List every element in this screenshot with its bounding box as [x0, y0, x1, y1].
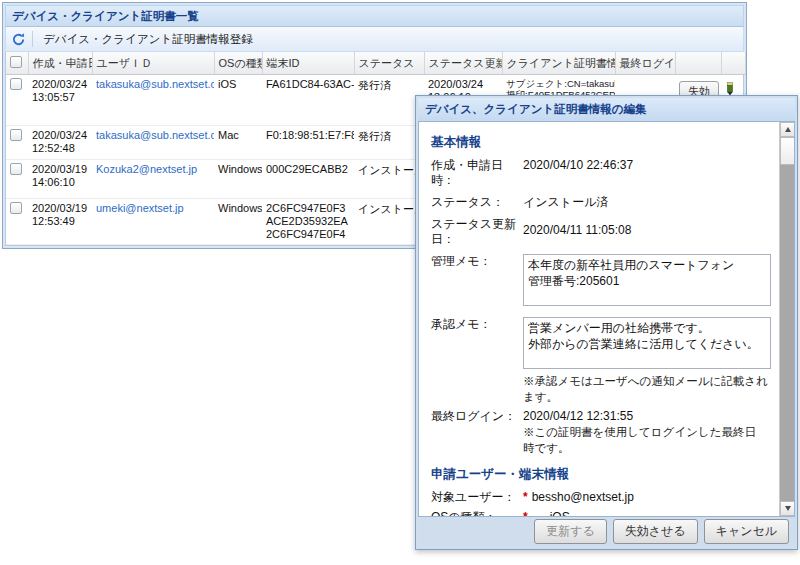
user-id-link[interactable]: takasuka@sub.nextset.co.jp — [96, 129, 214, 141]
register-certificate-button[interactable]: デバイス・クライアント証明書情報登録 — [39, 30, 257, 49]
created-date: 2020/03/19 — [32, 163, 87, 175]
window-title: デバイス・クライアント証明書一覧 — [5, 5, 744, 27]
status-value: インストール済 — [523, 195, 764, 210]
created-time: 12:53:49 — [32, 215, 75, 227]
revoke-button[interactable]: 失効させる — [613, 519, 698, 544]
device-id: F0:18:98:51:E7:F8 — [262, 126, 354, 160]
target-user-row: 対象ユーザー： *bessho@nextset.jp — [431, 490, 764, 505]
row-checkbox[interactable] — [10, 202, 22, 214]
device-id: 2C6FC947E0F3 ACE2D35932EA 2C6FC947E0F4 — [262, 199, 354, 245]
created-label: 作成・申請日時： — [431, 158, 523, 188]
select-all-checkbox[interactable] — [10, 56, 22, 68]
approval-memo-note: ※承認メモはユーザへの通知メールに記載されます。 — [523, 373, 771, 405]
last-login-note: ※この証明書を使用してログインした最終日時です。 — [523, 424, 764, 456]
os-type: Windows — [214, 199, 262, 245]
arrow-down-icon — [785, 506, 791, 511]
status-updated-label: ステータス更新日： — [431, 217, 523, 247]
target-user-value: bessho@nextset.jp — [532, 490, 634, 504]
scroll-down-button[interactable] — [780, 501, 795, 516]
created-time: 13:05:57 — [32, 91, 75, 103]
scrollbar-thumb[interactable] — [780, 137, 795, 165]
update-button[interactable]: 更新する — [534, 519, 607, 544]
created-value: 2020/04/10 22:46:37 — [523, 158, 764, 188]
arrow-up-icon — [785, 127, 791, 132]
admin-memo-row: 管理メモ： 本年度の新卒社員用のスマートフォン 管理番号:205601 — [431, 254, 764, 310]
col-cert[interactable]: クライアント証明書情報 — [502, 52, 615, 75]
user-id-link[interactable]: umeki@nextset.jp — [96, 202, 184, 214]
col-status[interactable]: ステータス — [354, 52, 424, 75]
os-label: OSの種類： — [431, 510, 523, 517]
device-id: FA61DC84-63AC-475... — [262, 75, 354, 126]
status: 発行済 — [354, 75, 424, 126]
created-date: 2020/03/24 — [32, 129, 87, 141]
status: 発行済 — [354, 126, 424, 160]
row-checkbox[interactable] — [10, 129, 22, 141]
created-row: 作成・申請日時： 2020/04/10 22:46:37 — [431, 158, 764, 188]
table-header-row: 作成・申請日時 ユーザＩＤ OSの種類 端末ID ステータス ステータス更新日 … — [6, 52, 745, 75]
os-type: iOS — [214, 75, 262, 126]
created-time: 14:06:10 — [32, 176, 75, 188]
os-type: Windows — [214, 160, 262, 199]
dialog-footer: 更新する 失効させる キャンセル — [418, 517, 795, 546]
dialog-body: 基本情報 作成・申請日時： 2020/04/10 22:46:37 ステータス：… — [418, 121, 795, 517]
last-login-label: 最終ログイン： — [431, 409, 523, 456]
toolbar-separator — [32, 31, 33, 47]
status-updated-row: ステータス更新日： 2020/04/11 11:05:08 — [431, 217, 764, 247]
dialog-title: デバイス、クライアント証明書情報の編集 — [418, 98, 795, 121]
required-marker: * — [523, 490, 528, 504]
os-type: Mac — [214, 126, 262, 160]
device-id: 000C29ECABB2 — [262, 160, 354, 199]
created-date: 2020/03/24 — [32, 78, 87, 90]
os-row: OSの種類： *iOS — [431, 510, 764, 517]
last-login-row: 最終ログイン： 2020/04/12 12:31:55 ※この証明書を使用してロ… — [431, 409, 764, 456]
approval-memo-row: 承認メモ： 営業メンバー用の社給携帯です。 外部からの営業連絡に活用してください… — [431, 317, 764, 405]
status-label: ステータス： — [431, 195, 523, 210]
required-marker: * — [523, 510, 528, 517]
row-checkbox[interactable] — [10, 78, 22, 90]
last-login-value: 2020/04/12 12:31:55 — [523, 409, 764, 424]
col-actions — [675, 52, 721, 75]
os-value: iOS — [550, 510, 570, 517]
basic-info-heading: 基本情報 — [431, 134, 764, 151]
col-device[interactable]: 端末ID — [262, 52, 354, 75]
approval-memo-label: 承認メモ： — [431, 317, 523, 405]
user-id-link[interactable]: Kozuka2@nextset.jp — [96, 163, 197, 175]
refresh-icon[interactable] — [11, 32, 26, 47]
col-status-date[interactable]: ステータス更新日 — [424, 52, 502, 75]
status: インストール済 — [354, 199, 424, 245]
dialog-scrollbar[interactable] — [779, 122, 794, 516]
col-created[interactable]: 作成・申請日時 — [28, 52, 92, 75]
admin-memo-textarea[interactable]: 本年度の新卒社員用のスマートフォン 管理番号:205601 — [523, 254, 771, 306]
created-date: 2020/03/19 — [32, 202, 87, 214]
target-user-label: 対象ユーザー： — [431, 490, 523, 505]
scroll-up-button[interactable] — [780, 122, 795, 137]
created-time: 12:52:48 — [32, 142, 75, 154]
admin-memo-label: 管理メモ： — [431, 254, 523, 310]
status-updated-value: 2020/04/11 11:05:08 — [523, 217, 764, 247]
cancel-button[interactable]: キャンセル — [704, 519, 789, 544]
col-last-login[interactable]: 最終ログイン — [615, 52, 675, 75]
status-date: 2020/03/24 — [428, 78, 483, 90]
col-edit — [721, 52, 745, 75]
status: インストール済 — [354, 160, 424, 199]
col-os[interactable]: OSの種類 — [214, 52, 262, 75]
edit-certificate-dialog: デバイス、クライアント証明書情報の編集 基本情報 作成・申請日時： 2020/0… — [415, 95, 798, 550]
edit-pencil-icon[interactable] — [725, 82, 741, 96]
approval-memo-textarea[interactable]: 営業メンバー用の社給携帯です。 外部からの営業連絡に活用してください。 — [523, 317, 771, 369]
status-row: ステータス： インストール済 — [431, 195, 764, 210]
select-all-header[interactable] — [6, 52, 28, 75]
user-device-heading: 申請ユーザー・端末情報 — [431, 466, 764, 483]
toolbar: デバイス・クライアント証明書情報登録 — [5, 27, 744, 52]
col-user[interactable]: ユーザＩＤ — [92, 52, 214, 75]
row-checkbox[interactable] — [10, 163, 22, 175]
user-id-link[interactable]: takasuka@sub.nextset.co.jp — [96, 78, 214, 90]
